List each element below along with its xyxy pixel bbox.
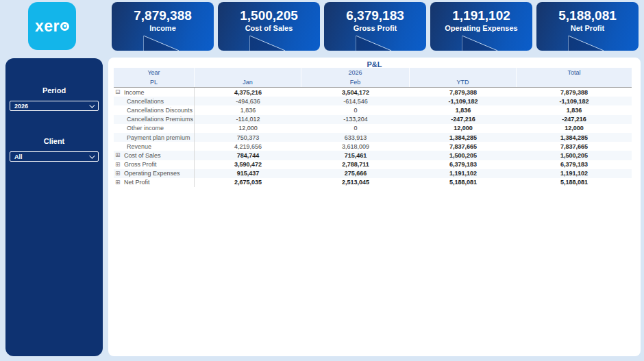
trend-sparkline-icon [568,36,604,51]
table-row: Cancellations Premiums-114,012-133,204-2… [114,115,632,124]
header-empty [195,68,301,77]
table-row: Cancellations Discounts1,83601,8361,836 [114,105,632,114]
client-dropdown[interactable]: All [10,151,99,162]
expand-icon[interactable]: ⊞ [115,152,124,158]
row-label: Revenue [127,143,151,150]
total-header: Total [517,68,632,77]
client-dropdown-value: All [14,153,23,160]
cell-feb: 275,666 [301,169,410,178]
pl-matrix-header: Year 2026 Total PL Jan Feb YTD [114,68,632,88]
expand-icon[interactable]: ⊞ [115,179,124,186]
row-label: Net Profit [124,179,150,186]
row-label: Gross Profit [124,161,157,168]
table-row: ⊞Net Profit2,675,0352,513,0455,188,0815,… [114,178,632,187]
trend-sparkline-icon [249,36,285,51]
chevron-down-icon [89,153,95,158]
kpi-value: 6,379,183 [346,8,404,23]
row-label: Cancellations Discounts [127,107,193,114]
cell-feb: 0 [301,124,410,133]
cell-total: 5,188,081 [517,178,632,187]
cell-feb: -614,546 [301,97,410,105]
cell-feb: 2,788,711 [301,160,410,169]
cell-total: 1,500,205 [517,151,632,160]
table-row: ⊞Cost of Sales784,744715,4611,500,2051,5… [114,151,632,160]
cell-total: 6,379,183 [517,160,632,169]
period-dropdown-value: 2026 [14,103,28,110]
table-row: Revenue4,219,6563,618,0097,837,6657,837,… [114,142,632,151]
kpi-label: Gross Profit [354,24,397,32]
row-label: Cancellations [127,98,164,105]
cell-ytd: 12,000 [410,124,517,133]
collapse-icon[interactable]: ⊟ [115,89,124,95]
cell-jan: 2,675,035 [195,178,301,187]
row-label: Payment plan premium [127,134,190,141]
month-header-jan: Jan [195,77,301,87]
header-empty [517,77,632,87]
cell-ytd: 6,379,183 [410,160,517,169]
cell-ytd: 5,188,081 [410,178,517,187]
kpi-label: Cost of Sales [245,24,293,32]
filter-sidebar: Period 2026 Client All [5,58,103,356]
row-group-header: PL [114,77,195,87]
cell-jan: 784,744 [195,151,301,160]
cell-total: 12,000 [517,124,632,133]
trend-sparkline-icon [143,36,179,51]
table-row: ⊞Gross Profit3,590,4722,788,7116,379,183… [114,160,632,169]
trend-sparkline-icon [462,36,497,51]
month-header-feb: Feb [301,77,410,87]
row-header: Payment plan premium [114,133,195,142]
cell-jan: -494,636 [195,97,301,105]
cell-feb: 633,913 [301,133,410,142]
pl-title: P&L [108,58,641,68]
table-row: Other income12,000012,00012,000 [114,124,632,133]
kpi-label: Income [149,24,176,32]
kpi-card-gross-profit: 6,379,183 Gross Profit [324,2,426,51]
cell-jan: 915,437 [195,169,301,178]
cell-total: 7,879,388 [517,88,632,97]
cell-ytd: 1,191,102 [410,169,517,178]
kpi-card-cost-of-sales: 1,500,205 Cost of Sales [218,2,320,51]
cell-feb: 3,504,172 [301,88,410,97]
row-header: Other income [114,124,195,133]
kpi-value: 7,879,388 [134,8,192,23]
row-label: Income [124,89,145,96]
cell-jan: 750,373 [195,133,301,142]
row-header: Cancellations Premiums [114,115,195,124]
row-label: Other income [127,125,164,132]
row-header: Revenue [114,142,195,151]
trend-sparkline-icon [356,36,391,51]
cell-jan: 4,219,656 [195,142,301,151]
table-row: ⊟Income4,375,2163,504,1727,879,3887,879,… [114,88,632,97]
row-label: Operating Expenses [124,170,180,177]
expand-icon[interactable]: ⊞ [115,171,124,177]
cell-total: -247,216 [517,115,632,124]
ytd-header: YTD [410,77,517,87]
kpi-card-net-profit: 5,188,081 Net Profit [536,2,639,51]
row-header: Cancellations Discounts [114,105,195,114]
row-header: ⊞Operating Expenses [114,169,195,178]
row-label: Cost of Sales [124,152,161,159]
cell-feb: 715,461 [301,151,410,160]
kpi-card-row: 7,879,388 Income 1,500,205 Cost of Sales… [112,2,639,51]
cell-feb: -133,204 [301,115,410,124]
period-dropdown[interactable]: 2026 [10,101,99,111]
cell-total: 1,384,285 [517,133,632,142]
expand-icon[interactable]: ⊞ [115,162,124,168]
row-header: ⊞Gross Profit [114,160,195,169]
pl-panel: P&L Year 2026 Total PL Jan Feb YTD ⊟Inco… [108,58,641,356]
cell-total: -1,109,182 [517,97,632,105]
kpi-card-operating-expenses: 1,191,102 Operating Expenses [430,2,532,51]
kpi-label: Operating Expenses [445,24,517,32]
cell-ytd: 1,384,285 [410,133,517,142]
row-header: Cancellations [114,97,195,105]
cell-feb: 0 [301,105,410,114]
chevron-down-icon [89,102,95,108]
cell-feb: 3,618,009 [301,142,410,151]
column-group-header: Year [114,68,195,77]
row-header: ⊞Cost of Sales [114,151,195,160]
cell-ytd: -247,216 [410,115,517,124]
cell-ytd: -1,109,182 [410,97,517,105]
cell-total: 1,836 [517,105,632,114]
table-row: Payment plan premium750,373633,9131,384,… [114,133,632,142]
xero-logo-o-icon [60,22,69,31]
